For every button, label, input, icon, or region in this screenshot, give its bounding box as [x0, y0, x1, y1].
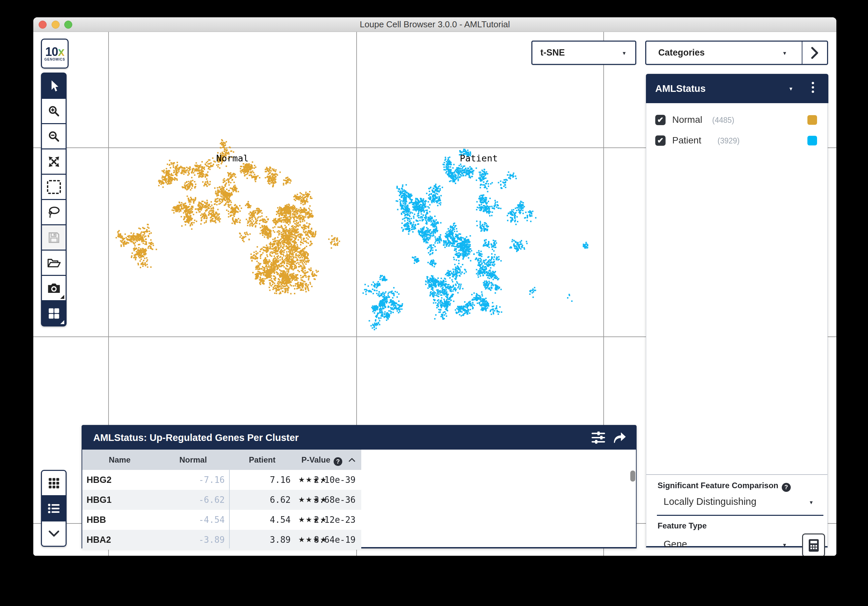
category-panel-title: AMLStatus: [655, 74, 705, 103]
category-color-swatch[interactable]: [808, 136, 817, 145]
normal-value-cell: -7.16: [199, 470, 225, 490]
projection-dropdown[interactable]: t-SNE ▼: [532, 40, 636, 65]
gene-name-cell: HBA2: [87, 530, 111, 550]
category-panel: AMLStatus ▼ ✔ Normal (4485) ✔ Patient (3…: [646, 74, 828, 547]
category-panel-header[interactable]: AMLStatus ▼: [646, 74, 828, 103]
save-icon: [48, 231, 60, 244]
chevron-down-icon: ▼: [782, 50, 787, 56]
tenx-genomics-logo[interactable]: 10x GENOMICS: [41, 39, 68, 68]
column-header-normal[interactable]: Normal: [157, 450, 229, 470]
app-window: Loupe Cell Browser 3.0.0 - AMLTutorial N…: [33, 17, 836, 556]
patient-value-cell: 6.62: [270, 490, 291, 510]
gene-table-rows: HBG2 -7.16 7.16 ★★★★ 2.10e-39 HBG1 -6.62…: [82, 470, 361, 550]
cluster-label-patient: Patient: [460, 153, 498, 163]
feature-comparison-label: Significant Feature Comparison?: [657, 481, 791, 492]
submenu-indicator: [60, 295, 64, 299]
patient-value-cell: 4.54: [270, 510, 291, 530]
category-color-swatch[interactable]: [808, 115, 817, 125]
list-view-button[interactable]: [41, 495, 67, 521]
zoom-in-icon: [48, 105, 60, 117]
column-header-name[interactable]: Name: [82, 450, 157, 470]
table-scrollbar-thumb[interactable]: [630, 471, 635, 482]
zoom-out-icon: [48, 130, 60, 142]
chevron-right-icon: [808, 46, 821, 60]
kebab-menu-icon[interactable]: [812, 82, 814, 95]
mode-dropdown[interactable]: Categories ▼: [645, 40, 828, 65]
open-file-button[interactable]: [41, 250, 67, 276]
submenu-indicator: [60, 320, 64, 324]
zoom-out-tool-button[interactable]: [41, 123, 67, 149]
feature-comparison-select[interactable]: Locally Distinguishing: [663, 496, 756, 507]
gene-table-panel: AMLStatus: Up-Regulated Genes Per Cluste…: [82, 425, 637, 549]
window-title: Loupe Cell Browser 3.0.0 - AMLTutorial: [33, 17, 836, 32]
camera-icon: [47, 283, 60, 294]
pvalue-cell: 2.12e-23: [314, 510, 356, 530]
column-divider: [229, 470, 230, 549]
chevron-down-icon[interactable]: ▼: [789, 86, 794, 91]
zoom-in-tool-button[interactable]: [41, 98, 67, 124]
gene-table-column-headers: Name Normal Patient P-Value?: [82, 450, 361, 470]
heatmap-view-button[interactable]: [41, 470, 67, 496]
pointer-tool-button[interactable]: [41, 73, 67, 99]
screenshot-button[interactable]: [41, 275, 67, 301]
category-checkbox[interactable]: ✔: [655, 115, 666, 125]
column-header-pvalue[interactable]: P-Value?: [295, 450, 361, 470]
list-icon: [48, 503, 60, 514]
grid-icon: [48, 477, 60, 489]
pvalue-cell: 2.10e-39: [314, 470, 356, 490]
chevron-down-icon: ▼: [809, 499, 814, 505]
column-header-patient[interactable]: Patient: [229, 450, 295, 470]
table-row[interactable]: HBG2 -7.16 7.16 ★★★★ 2.10e-39: [82, 470, 361, 490]
export-share-icon[interactable]: [612, 431, 626, 444]
gene-name-cell: HBG2: [87, 470, 112, 490]
gene-name-cell: HBB: [87, 510, 106, 530]
category-item[interactable]: ✔ Normal (4485): [646, 113, 828, 129]
category-count: (3929): [718, 136, 739, 145]
mode-dropdown-value: Categories: [658, 42, 705, 64]
chevron-down-icon: ▼: [782, 542, 787, 548]
save-selection-button: [41, 224, 67, 250]
table-row[interactable]: HBB -4.54 4.54 ★★★★ 2.12e-23: [82, 510, 361, 530]
filter-options-icon[interactable]: [591, 431, 605, 444]
table-row[interactable]: HBA2 -3.89 3.89 ★★★★ 8.64e-19: [82, 530, 361, 550]
normal-value-cell: -3.89: [199, 530, 225, 550]
calculator-icon: [808, 539, 819, 552]
category-checkbox[interactable]: ✔: [655, 135, 666, 146]
select-underline: [657, 515, 823, 516]
divider: [646, 474, 828, 475]
expand-arrows-icon: [48, 155, 60, 168]
screen: Loupe Cell Browser 3.0.0 - AMLTutorial N…: [0, 0, 868, 606]
feature-table-button[interactable]: [802, 533, 825, 556]
category-label: Patient: [672, 135, 701, 146]
feature-type-select[interactable]: Gene: [663, 539, 687, 550]
split-view-button[interactable]: [41, 300, 67, 326]
gene-table-title: AMLStatus: Up-Regulated Genes Per Cluste…: [93, 426, 299, 450]
patient-value-cell: 7.16: [270, 470, 291, 490]
chevron-down-icon: [48, 530, 60, 538]
category-label: Normal: [672, 114, 702, 125]
help-icon[interactable]: ?: [782, 483, 791, 492]
lasso-select-tool-button[interactable]: [41, 199, 67, 225]
folder-open-icon: [47, 257, 61, 269]
category-item[interactable]: ✔ Patient (3929): [646, 133, 828, 149]
collapse-panel-button[interactable]: [41, 521, 67, 547]
pvalue-cell: 3.68e-36: [314, 490, 356, 510]
sort-ascending-icon[interactable]: [349, 458, 355, 462]
next-category-button[interactable]: [808, 46, 821, 60]
split-view-icon: [48, 308, 60, 320]
rectangle-select-icon: [47, 180, 61, 194]
table-row[interactable]: HBG1 -6.62 6.62 ★★★★ 3.68e-36: [82, 490, 361, 510]
titlebar: Loupe Cell Browser 3.0.0 - AMLTutorial: [33, 17, 836, 32]
fit-view-tool-button[interactable]: [41, 148, 67, 175]
rectangle-select-tool-button[interactable]: [41, 174, 67, 200]
chevron-down-icon: ▼: [622, 50, 626, 56]
patient-value-cell: 3.89: [270, 530, 291, 550]
view-toolbar: [41, 470, 67, 547]
gene-table-header: AMLStatus: Up-Regulated Genes Per Cluste…: [82, 426, 636, 450]
gene-name-cell: HBG1: [87, 490, 112, 510]
help-icon[interactable]: ?: [333, 457, 342, 466]
pointer-icon: [48, 80, 60, 92]
normal-value-cell: -6.62: [199, 490, 225, 510]
divider: [802, 42, 803, 64]
cluster-label-normal: Normal: [216, 153, 249, 163]
